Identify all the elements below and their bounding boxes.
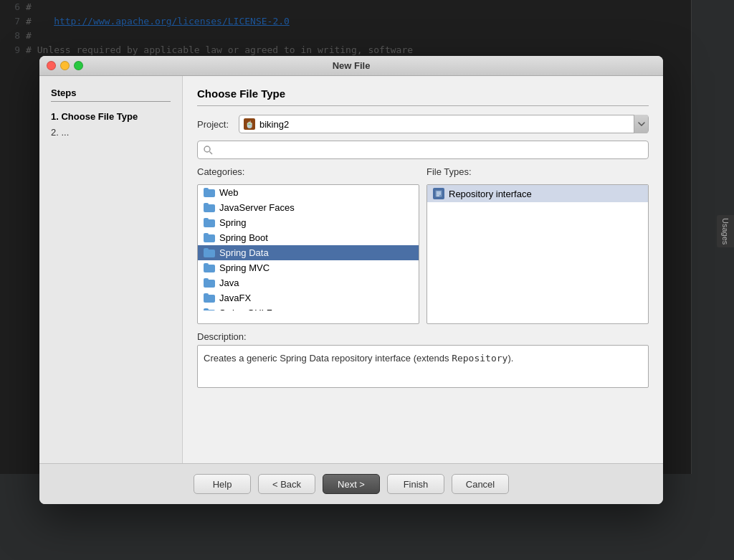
svg-line-1 bbox=[210, 151, 213, 154]
project-name: biking2 bbox=[259, 119, 634, 130]
category-spring[interactable]: Spring bbox=[198, 215, 419, 230]
file-types-list[interactable]: Repository interface bbox=[427, 185, 648, 310]
file-types-label: File Types: bbox=[426, 166, 649, 177]
step-2: 2. ... bbox=[51, 125, 171, 141]
back-button[interactable]: < Back bbox=[258, 474, 315, 494]
file-type-repository[interactable]: Repository interface bbox=[427, 185, 648, 202]
category-java[interactable]: Java bbox=[198, 275, 419, 290]
help-button[interactable]: Help bbox=[194, 474, 251, 494]
finish-button[interactable]: Finish bbox=[387, 474, 444, 494]
lists-row: Web JavaServer Faces Spring Spring bbox=[197, 184, 649, 324]
folder-icon bbox=[204, 293, 215, 303]
category-spring-boot[interactable]: Spring Boot bbox=[198, 230, 419, 245]
maximize-button[interactable] bbox=[74, 61, 83, 70]
folder-icon bbox=[204, 248, 215, 257]
category-spring-data[interactable]: Spring Data bbox=[198, 245, 419, 260]
cancel-button[interactable]: Cancel bbox=[452, 474, 509, 494]
project-select[interactable]: 🍵 biking2 bbox=[239, 115, 649, 133]
category-jsf[interactable]: JavaServer Faces bbox=[198, 200, 419, 215]
minimize-button[interactable] bbox=[60, 61, 70, 70]
categories-list[interactable]: Web JavaServer Faces Spring Spring bbox=[198, 185, 419, 310]
folder-icon bbox=[204, 203, 215, 212]
dialog-footer: Help < Back Next > Finish Cancel bbox=[39, 463, 663, 504]
title-bar-buttons bbox=[47, 61, 83, 70]
content-title: Choose File Type bbox=[197, 87, 649, 106]
chevron-down-icon bbox=[638, 122, 645, 126]
step-1: 1. Choose File Type bbox=[51, 109, 171, 125]
categories-pane: Web JavaServer Faces Spring Spring bbox=[197, 184, 419, 324]
next-button[interactable]: Next > bbox=[323, 474, 380, 494]
project-row: Project: 🍵 biking2 bbox=[197, 115, 649, 133]
folder-icon bbox=[204, 278, 215, 288]
file-types-pane: Repository interface bbox=[426, 184, 649, 324]
folder-icon bbox=[204, 308, 215, 310]
categories-label: Categories: bbox=[197, 166, 419, 177]
category-javafx[interactable]: JavaFX bbox=[198, 290, 419, 305]
new-file-dialog: New File Steps 1. Choose File Type 2. ..… bbox=[39, 56, 663, 504]
project-dropdown-arrow[interactable] bbox=[634, 115, 648, 133]
folder-icon bbox=[204, 188, 215, 197]
category-swing[interactable]: Swing GUI Forms bbox=[198, 305, 419, 310]
project-icon: 🍵 bbox=[244, 118, 255, 130]
steps-title: Steps bbox=[51, 87, 171, 102]
category-spring-mvc[interactable]: Spring MVC bbox=[198, 260, 419, 275]
project-label: Project: bbox=[197, 119, 233, 130]
title-bar: New File bbox=[39, 56, 663, 76]
svg-point-0 bbox=[204, 146, 210, 152]
category-web[interactable]: Web bbox=[198, 185, 419, 200]
search-input[interactable] bbox=[217, 145, 642, 156]
content-panel: Choose File Type Project: 🍵 biking2 bbox=[183, 76, 663, 463]
steps-panel: Steps 1. Choose File Type 2. ... bbox=[39, 76, 183, 463]
folder-icon bbox=[204, 218, 215, 227]
search-icon bbox=[204, 146, 213, 155]
description-label: Description: bbox=[197, 331, 649, 342]
description-text: Creates a generic Spring Data repository… bbox=[204, 353, 513, 364]
search-box bbox=[197, 141, 649, 159]
description-box: Creates a generic Spring Data repository… bbox=[197, 345, 649, 388]
folder-icon bbox=[204, 263, 215, 272]
repository-icon bbox=[433, 188, 444, 199]
description-section: Description: Creates a generic Spring Da… bbox=[197, 331, 649, 388]
folder-icon bbox=[204, 233, 215, 242]
dialog-body: Steps 1. Choose File Type 2. ... Choose … bbox=[39, 76, 663, 463]
code-text: Repository bbox=[452, 353, 507, 364]
dialog-title: New File bbox=[333, 60, 371, 71]
close-button[interactable] bbox=[47, 61, 56, 70]
